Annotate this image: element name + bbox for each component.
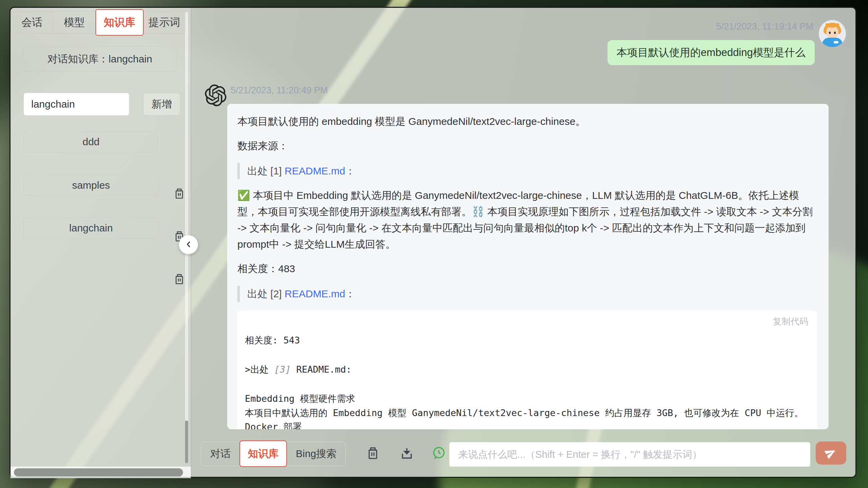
user-message-timestamp: 5/21/2023, 11:19:14 PM bbox=[716, 21, 813, 32]
current-kb-label: 对话知识库：langchain bbox=[23, 46, 176, 72]
message-input[interactable] bbox=[449, 442, 810, 467]
assistant-paragraph: ✅ 本项目中 Embedding 默认选用的是 GanymedeNil/text… bbox=[237, 187, 817, 252]
clear-chat-button[interactable] bbox=[365, 446, 380, 461]
user-avatar bbox=[819, 20, 846, 47]
sidebar: 会话 模型 知识库 提示词 对话知识库：langchain 新增 ddd sam… bbox=[11, 8, 191, 477]
sidebar-collapse-button[interactable] bbox=[179, 235, 198, 254]
chevron-left-icon bbox=[183, 239, 194, 250]
chat-mode-switcher: 对话 知识库 Bing搜索 bbox=[201, 442, 346, 466]
trash-icon bbox=[365, 457, 380, 462]
kb-name-input[interactable] bbox=[23, 93, 129, 116]
mode-conversation[interactable]: 对话 bbox=[201, 442, 239, 466]
copy-code-button[interactable]: 复制代码 bbox=[773, 316, 808, 327]
readme-link[interactable]: README.md bbox=[285, 288, 345, 299]
send-button[interactable] bbox=[816, 442, 846, 465]
kb-item-samples[interactable]: samples bbox=[23, 175, 159, 196]
app-window: 会话 模型 知识库 提示词 对话知识库：langchain 新增 ddd sam… bbox=[10, 7, 856, 478]
code-line: >出处 [3] README.md: bbox=[245, 362, 809, 377]
sidebar-horizontal-scrollbar bbox=[11, 467, 191, 478]
tab-prompts[interactable]: 提示词 bbox=[143, 11, 186, 34]
download-icon bbox=[399, 457, 414, 462]
add-kb-button[interactable]: 新增 bbox=[143, 93, 180, 116]
openai-logo-icon bbox=[205, 85, 227, 106]
assistant-paragraph: 本项目默认使用的 embedding 模型是 GanymedeNil/text2… bbox=[237, 113, 817, 130]
tab-knowledge-base[interactable]: 知识库 bbox=[95, 9, 144, 36]
readme-link[interactable]: README.md bbox=[285, 165, 345, 176]
source-quote-1: 出处 [1] README.md： bbox=[237, 163, 817, 179]
code-line: 本项目中默认选用的 Embedding 模型 GanymedeNil/text2… bbox=[245, 406, 809, 429]
delete-kb-button[interactable] bbox=[173, 273, 186, 286]
assistant-message-card: 本项目默认使用的 embedding 模型是 GanymedeNil/text2… bbox=[227, 104, 829, 429]
export-chat-button[interactable] bbox=[399, 446, 414, 461]
code-line: 相关度: 543 bbox=[245, 333, 809, 348]
kb-item-langchain[interactable]: langchain bbox=[23, 218, 159, 239]
code-block: 复制代码 相关度: 543 >出处 [3] README.md: Embeddi… bbox=[237, 311, 817, 429]
tab-conversation[interactable]: 会话 bbox=[11, 11, 53, 34]
sidebar-tabs: 会话 模型 知识库 提示词 bbox=[11, 11, 186, 34]
reference-number: [3] bbox=[274, 364, 291, 375]
delete-kb-button[interactable] bbox=[173, 187, 186, 201]
chat-history-clock-icon[interactable] bbox=[431, 446, 446, 461]
assistant-paragraph: 数据来源： bbox=[237, 138, 817, 154]
scrollbar-thumb[interactable] bbox=[14, 468, 183, 476]
source-quote-2: 出处 [2] README.md： bbox=[237, 286, 817, 302]
scrollbar-thumb[interactable] bbox=[185, 420, 188, 463]
relevance-score: 相关度：483 bbox=[237, 261, 817, 277]
code-line: Embedding 模型硬件需求 bbox=[245, 392, 809, 406]
user-message-bubble: 本项目默认使用的embedding模型是什么 bbox=[608, 40, 815, 65]
assistant-message-timestamp: 5/21/2023, 11:20:49 PM bbox=[231, 85, 328, 96]
trash-icon bbox=[173, 196, 186, 202]
send-plane-icon bbox=[822, 444, 840, 462]
mode-bing-search[interactable]: Bing搜索 bbox=[287, 442, 345, 466]
tab-model[interactable]: 模型 bbox=[53, 11, 96, 34]
mode-knowledge-base[interactable]: 知识库 bbox=[239, 440, 287, 467]
trash-icon bbox=[173, 282, 186, 287]
kb-item-ddd[interactable]: ddd bbox=[23, 131, 159, 152]
